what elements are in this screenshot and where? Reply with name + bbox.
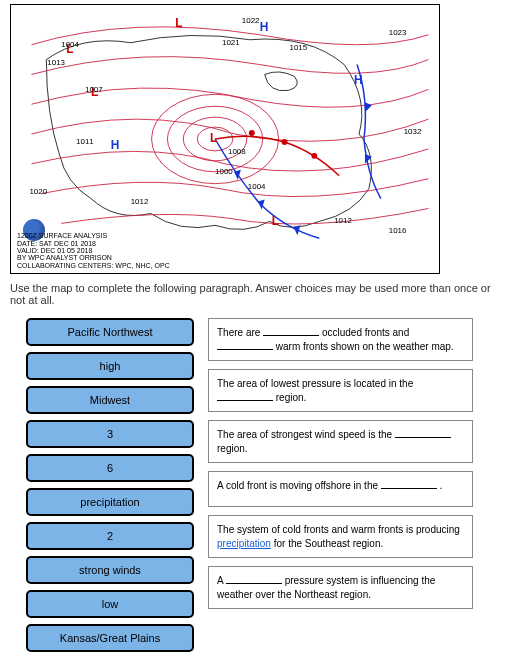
sentence-blanks: There are occluded fronts and warm front… <box>208 318 473 609</box>
answer-choice[interactable]: 2 <box>26 522 194 550</box>
svg-point-10 <box>282 139 288 145</box>
sentence-text: region. <box>273 392 306 403</box>
instructions-text: Use the map to complete the following pa… <box>10 282 501 306</box>
answer-choice[interactable]: strong winds <box>26 556 194 584</box>
svg-text:1011: 1011 <box>76 137 94 146</box>
sentence-text: occluded fronts and <box>319 327 409 338</box>
answer-choice[interactable]: 6 <box>26 454 194 482</box>
svg-text:1022: 1022 <box>242 16 260 25</box>
sentence-box: The area of strongest wind speed is the … <box>208 420 473 463</box>
svg-text:H: H <box>260 20 269 34</box>
caption-line2: DATE: SAT DEC 01 2018 <box>17 240 96 247</box>
svg-text:1004: 1004 <box>61 40 79 49</box>
answer-choices: Pacific NorthwesthighMidwest36precipitat… <box>26 318 194 652</box>
svg-text:1000: 1000 <box>215 167 233 176</box>
svg-text:1023: 1023 <box>389 28 407 37</box>
filled-answer-link[interactable]: precipitation <box>217 538 271 549</box>
sentence-text: . <box>437 480 443 491</box>
answer-choice[interactable]: low <box>26 590 194 618</box>
answer-choice[interactable]: 3 <box>26 420 194 448</box>
answer-choice[interactable]: high <box>26 352 194 380</box>
svg-point-9 <box>249 130 255 136</box>
sentence-text: The system of cold fronts and warm front… <box>217 524 460 535</box>
sentence-text: The area of strongest wind speed is the <box>217 429 395 440</box>
sentence-text: warm fronts shown on the weather map. <box>273 341 454 352</box>
sentence-text: There are <box>217 327 263 338</box>
sentence-text: for the Southeast region. <box>271 538 383 549</box>
svg-text:1007: 1007 <box>85 85 103 94</box>
drop-slot[interactable] <box>263 326 319 336</box>
drop-slot[interactable] <box>217 340 273 350</box>
sentence-box: There are occluded fronts and warm front… <box>208 318 473 361</box>
caption-line1: 1200Z SURFACE ANALYSIS <box>17 232 107 239</box>
svg-text:1020: 1020 <box>29 187 47 196</box>
caption-line3: VALID: DEC 01 05 2018 <box>17 247 92 254</box>
drop-slot[interactable] <box>226 574 282 584</box>
svg-text:1032: 1032 <box>404 127 422 136</box>
caption-line5: COLLABORATING CENTERS: WPC, NHC, OPC <box>17 262 170 269</box>
answer-choice[interactable]: Pacific Northwest <box>26 318 194 346</box>
answer-choice[interactable]: Kansas/Great Plains <box>26 624 194 652</box>
drop-slot[interactable] <box>381 479 437 489</box>
svg-text:L: L <box>272 214 279 228</box>
answer-choice[interactable]: Midwest <box>26 386 194 414</box>
sentence-box: The area of lowest pressure is located i… <box>208 369 473 412</box>
svg-text:1004: 1004 <box>248 182 266 191</box>
svg-text:L: L <box>210 131 217 145</box>
svg-text:1021: 1021 <box>222 38 240 47</box>
weather-map: L L L L L H H H 1020 1004 1007 1013 1012… <box>10 4 440 274</box>
caption-line4: BY WPC ANALYST ORRISON <box>17 254 112 261</box>
work-area: Pacific NorthwesthighMidwest36precipitat… <box>0 316 511 660</box>
answer-choice[interactable]: precipitation <box>26 488 194 516</box>
svg-marker-7 <box>365 102 372 112</box>
drop-slot[interactable] <box>217 391 273 401</box>
sentence-text: A <box>217 575 226 586</box>
svg-text:1016: 1016 <box>389 226 407 235</box>
sentence-text: region. <box>217 443 248 454</box>
svg-text:H: H <box>354 73 363 87</box>
svg-text:1012: 1012 <box>334 216 352 225</box>
sentence-text: A cold front is moving offshore in the <box>217 480 381 491</box>
svg-text:1015: 1015 <box>290 43 308 52</box>
svg-point-11 <box>311 153 317 159</box>
svg-text:1013: 1013 <box>47 58 65 67</box>
sentence-box: A pressure system is influencing the wea… <box>208 566 473 609</box>
sentence-box: A cold front is moving offshore in the . <box>208 471 473 507</box>
svg-text:1008: 1008 <box>228 147 246 156</box>
drop-slot[interactable] <box>395 428 451 438</box>
svg-text:H: H <box>111 138 120 152</box>
svg-text:1012: 1012 <box>131 197 149 206</box>
svg-text:L: L <box>175 16 182 30</box>
map-caption: 1200Z SURFACE ANALYSIS DATE: SAT DEC 01 … <box>17 232 170 269</box>
sentence-box: The system of cold fronts and warm front… <box>208 515 473 558</box>
sentence-text: The area of lowest pressure is located i… <box>217 378 413 389</box>
